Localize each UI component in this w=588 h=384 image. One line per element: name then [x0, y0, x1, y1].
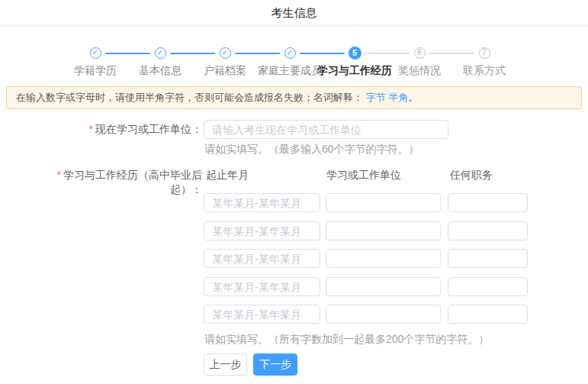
position-input[interactable] — [448, 249, 528, 268]
stepper-step-1: ✓ 学籍学历 — [74, 47, 117, 78]
column-header-position: 任何职务 — [450, 169, 493, 182]
experience-row — [0, 193, 588, 212]
step-check-icon: ✓ — [284, 47, 296, 59]
step-label: 户籍档案 — [204, 64, 246, 78]
column-header-unit: 学习或工作单位 — [326, 169, 401, 182]
unit-input[interactable] — [326, 249, 441, 268]
current-unit-input[interactable] — [204, 120, 448, 139]
stepper-step-6: 6 奖惩情况 — [398, 47, 441, 78]
experience-help: 请如实填写。（所有字数加到一起最多200个字节的字符。） — [204, 333, 489, 347]
step-check-icon: ✓ — [220, 47, 231, 59]
step-number: 7 — [479, 47, 490, 59]
position-input[interactable] — [448, 221, 528, 240]
step-check-icon: ✓ — [90, 47, 101, 59]
required-asterisk: * — [89, 123, 93, 135]
step-label: 联系方式 — [463, 64, 506, 78]
stepper-step-4: ✓ 家庭主要成员 — [258, 47, 322, 78]
position-input[interactable] — [448, 305, 528, 324]
period-input[interactable] — [204, 305, 320, 324]
required-asterisk: * — [57, 169, 61, 181]
experience-row — [0, 221, 588, 240]
unit-input[interactable] — [326, 221, 441, 240]
step-label: 奖惩情况 — [398, 64, 441, 78]
unit-input[interactable] — [326, 305, 441, 324]
step-number: 5 — [349, 47, 361, 60]
stepper-step-5-current: 5 学习与工作经历 — [317, 47, 392, 78]
unit-input[interactable] — [326, 193, 441, 212]
current-unit-label: *现在学习或工作单位： — [0, 123, 202, 137]
prev-step-button[interactable]: 上一步 — [204, 353, 247, 376]
period-input[interactable] — [204, 193, 320, 212]
unit-input[interactable] — [326, 277, 441, 296]
step-label: 基本信息 — [139, 64, 182, 78]
step-label: 家庭主要成员 — [258, 64, 322, 78]
page-title: 考生信息 — [0, 6, 588, 21]
experience-row — [0, 277, 588, 296]
stepper-step-3: ✓ 户籍档案 — [204, 47, 246, 78]
next-step-button[interactable]: 下一步 — [253, 353, 297, 376]
position-input[interactable] — [448, 277, 528, 296]
experience-row — [0, 249, 588, 268]
step-check-icon: ✓ — [155, 47, 166, 59]
step-label: 学籍学历 — [74, 64, 117, 78]
notice-text: 在输入数字或字母时，请使用半角字符，否则可能会造成报名失败；名词解释： — [16, 92, 363, 103]
halfwidth-notice-bar: 在输入数字或字母时，请使用半角字符，否则可能会造成报名失败；名词解释： 字节 半… — [6, 86, 582, 109]
period-input[interactable] — [204, 221, 320, 240]
period-input[interactable] — [204, 249, 320, 268]
wizard-stepper: ✓ 学籍学历 ✓ 基本信息 ✓ 户籍档案 ✓ 家庭主要成员 5 学习与工作经历 … — [0, 42, 588, 79]
stepper-step-2: ✓ 基本信息 — [139, 47, 182, 78]
experience-row — [0, 305, 588, 324]
header-divider — [0, 25, 588, 26]
stepper-step-7: 7 联系方式 — [463, 47, 506, 78]
period-input[interactable] — [204, 277, 320, 296]
step-number: 6 — [414, 47, 426, 59]
candidate-info-page: 考生信息 ✓ 学籍学历 ✓ 基本信息 ✓ 户籍档案 ✓ 家庭主要成员 5 学习与… — [0, 0, 588, 384]
current-unit-help: 请如实填写。（最多输入60个字节的字符。） — [204, 143, 419, 157]
notice-suffix: 。 — [408, 92, 418, 103]
glossary-link-halfwidth[interactable]: 半角 — [388, 92, 408, 103]
glossary-link-byte[interactable]: 字节 — [366, 92, 386, 103]
step-label: 学习与工作经历 — [317, 64, 392, 78]
column-header-period: 起止年月 — [206, 169, 249, 182]
position-input[interactable] — [448, 193, 528, 212]
